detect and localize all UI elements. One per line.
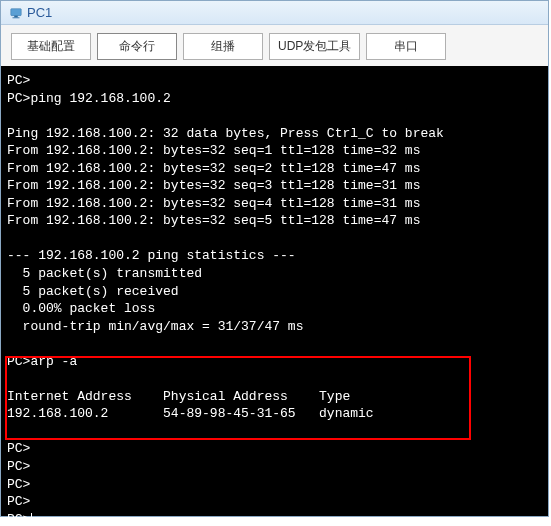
terminal-line: round-trip min/avg/max = 31/37/47 ms	[7, 319, 303, 334]
terminal-output[interactable]: PC> PC>ping 192.168.100.2 Ping 192.168.1…	[1, 66, 548, 516]
terminal-line: --- 192.168.100.2 ping statistics ---	[7, 248, 296, 263]
svg-rect-2	[13, 17, 20, 18]
terminal-line: From 192.168.100.2: bytes=32 seq=2 ttl=1…	[7, 161, 420, 176]
terminal-line: PC>arp -a	[7, 354, 77, 369]
terminal-line: 5 packet(s) transmitted	[7, 266, 202, 281]
app-window: PC1 基础配置 命令行 组播 UDP发包工具 串口 PC> PC>ping 1…	[0, 0, 549, 517]
terminal-line: From 192.168.100.2: bytes=32 seq=5 ttl=1…	[7, 213, 420, 228]
terminal-line: Internet Address Physical Address Type	[7, 389, 350, 404]
terminal-line: Ping 192.168.100.2: 32 data bytes, Press…	[7, 126, 444, 141]
app-icon	[9, 6, 23, 20]
tab-serial[interactable]: 串口	[366, 33, 446, 60]
terminal-cursor	[31, 513, 32, 526]
terminal-line: PC>	[7, 73, 30, 88]
terminal-line: 0.00% packet loss	[7, 301, 155, 316]
terminal-line: PC>ping 192.168.100.2	[7, 91, 171, 106]
terminal-line: From 192.168.100.2: bytes=32 seq=3 ttl=1…	[7, 178, 420, 193]
tab-basic-config[interactable]: 基础配置	[11, 33, 91, 60]
terminal-line: From 192.168.100.2: bytes=32 seq=1 ttl=1…	[7, 143, 420, 158]
tab-multicast[interactable]: 组播	[183, 33, 263, 60]
svg-rect-0	[11, 8, 22, 15]
terminal-line: From 192.168.100.2: bytes=32 seq=4 ttl=1…	[7, 196, 420, 211]
terminal-line: 5 packet(s) received	[7, 284, 179, 299]
window-title: PC1	[27, 5, 52, 20]
tab-bar: 基础配置 命令行 组播 UDP发包工具 串口	[1, 25, 548, 66]
terminal-line: PC>	[7, 477, 30, 492]
tab-command-line[interactable]: 命令行	[97, 33, 177, 60]
svg-rect-1	[14, 15, 18, 17]
terminal-line: PC>	[7, 494, 30, 509]
terminal-line: 192.168.100.2 54-89-98-45-31-65 dynamic	[7, 406, 374, 421]
terminal-line: PC>	[7, 441, 30, 456]
terminal-line: PC>	[7, 459, 30, 474]
title-bar: PC1	[1, 1, 548, 25]
tab-udp-tool[interactable]: UDP发包工具	[269, 33, 360, 60]
terminal-line: PC>	[7, 512, 30, 526]
